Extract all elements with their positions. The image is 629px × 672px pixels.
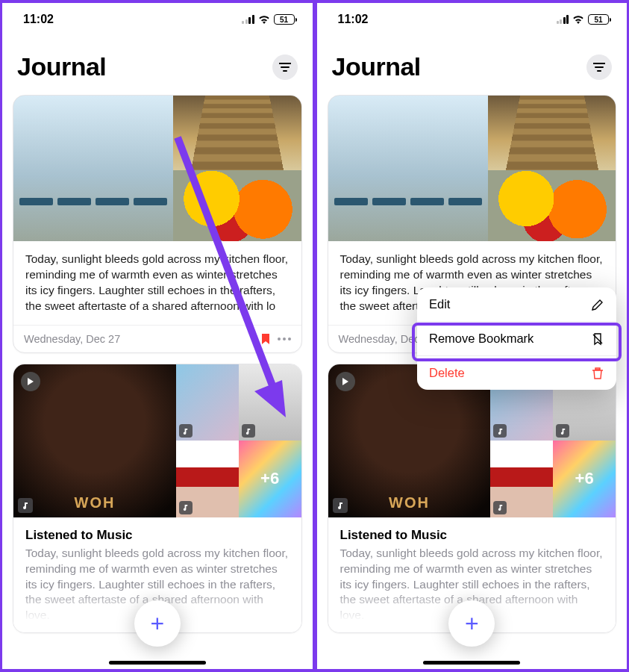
plus-icon: + bbox=[150, 610, 164, 638]
entry-photo-grid[interactable] bbox=[328, 96, 616, 241]
filter-button[interactable] bbox=[586, 55, 612, 80]
entry-title: Listened to Music bbox=[13, 517, 301, 546]
play-icon[interactable] bbox=[21, 372, 40, 391]
menu-item-edit[interactable]: Edit bbox=[417, 287, 616, 322]
battery-icon: 51 bbox=[588, 14, 609, 25]
page-title: Journal bbox=[17, 52, 106, 81]
phone-screenshot-right: 11:02 51 Journal Today, sunlight bleeds … bbox=[315, 0, 630, 672]
filter-icon bbox=[593, 63, 605, 72]
journal-entry-music-card[interactable]: WOH +6 Listened to Music Today, sunlight… bbox=[328, 364, 617, 634]
play-icon[interactable] bbox=[336, 372, 355, 391]
music-note-icon bbox=[179, 424, 193, 438]
music-note-icon bbox=[179, 501, 193, 514]
new-entry-fab[interactable]: + bbox=[448, 600, 495, 647]
page-title: Journal bbox=[332, 52, 421, 81]
entry-title: Listened to Music bbox=[328, 517, 616, 546]
home-indicator[interactable] bbox=[423, 661, 520, 665]
music-note-icon bbox=[242, 424, 255, 438]
filter-icon bbox=[279, 63, 291, 72]
music-note-icon bbox=[493, 501, 507, 514]
entry-date: Wednesday, Dec 27 bbox=[24, 333, 254, 345]
plus-icon: + bbox=[465, 610, 479, 638]
new-entry-fab[interactable]: + bbox=[134, 600, 181, 647]
menu-label: Edit bbox=[429, 297, 450, 311]
home-indicator[interactable] bbox=[109, 661, 206, 665]
bookmark-icon bbox=[261, 333, 270, 345]
entry-photo-grid[interactable] bbox=[13, 96, 301, 241]
menu-item-remove-bookmark[interactable]: Remove Bookmark bbox=[417, 322, 616, 356]
wifi-icon bbox=[258, 15, 270, 24]
menu-label: Delete bbox=[429, 366, 465, 380]
music-note-icon bbox=[493, 424, 507, 438]
pencil-icon bbox=[591, 298, 604, 311]
filter-button[interactable] bbox=[272, 55, 298, 80]
status-bar: 11:02 51 bbox=[317, 3, 628, 36]
status-time: 11:02 bbox=[338, 13, 369, 26]
trash-icon bbox=[591, 367, 604, 380]
entry-body-text: Today, sunlight bleeds gold across my ki… bbox=[13, 241, 301, 325]
album-title-woh: WOH bbox=[328, 494, 491, 511]
status-bar: 11:02 51 bbox=[2, 3, 313, 36]
journal-entry-music-card[interactable]: WOH +6 Listened to Music Today, sunlight… bbox=[13, 364, 302, 634]
music-note-icon bbox=[556, 424, 569, 438]
wifi-icon bbox=[572, 15, 584, 24]
context-menu: Edit Remove Bookmark Delete bbox=[417, 287, 616, 390]
menu-label: Remove Bookmark bbox=[429, 332, 533, 346]
album-title-woh: WOH bbox=[13, 494, 176, 511]
bookmark-slash-icon bbox=[591, 332, 604, 346]
cellular-icon bbox=[557, 15, 569, 24]
cellular-icon bbox=[242, 15, 254, 24]
menu-item-delete[interactable]: Delete bbox=[417, 356, 616, 390]
music-album-grid[interactable]: WOH +6 bbox=[13, 364, 301, 517]
more-button[interactable] bbox=[278, 337, 291, 340]
battery-icon: 51 bbox=[274, 14, 295, 25]
phone-screenshot-left: 11:02 51 Journal Today, sunlight bleeds … bbox=[0, 0, 315, 672]
journal-entry-card[interactable]: Today, sunlight bleeds gold across my ki… bbox=[13, 95, 302, 353]
status-time: 11:02 bbox=[23, 13, 54, 26]
more-photos-badge[interactable]: +6 bbox=[553, 441, 616, 517]
more-photos-badge[interactable]: +6 bbox=[239, 441, 301, 517]
